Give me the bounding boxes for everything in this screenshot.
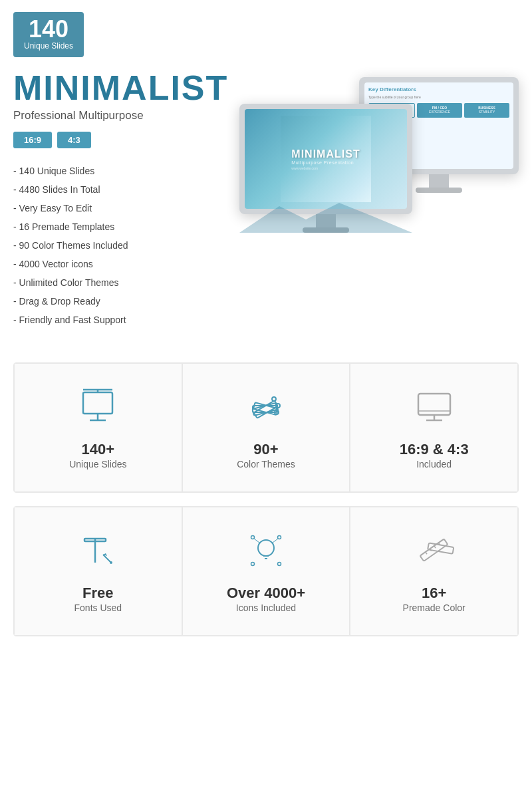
feature-card-fonts: Free Fonts Used — [14, 507, 182, 636]
themes-count: 90+ — [253, 441, 278, 458]
palette-icon — [243, 384, 289, 430]
monitor-icon — [411, 384, 458, 430]
feature-card-slides: 140+ Unique Slides — [14, 363, 182, 492]
fonts-count: Free — [82, 585, 113, 602]
features-grid-2: Free Fonts Used Ove — [13, 506, 519, 636]
aspect-ratio-buttons: 16:9 4:3 — [13, 132, 239, 148]
hero-section: MINIMALIST Professional Multipurpose 16:… — [0, 57, 532, 342]
feature-item-5: 90 Color Themes Included — [13, 236, 239, 255]
svg-point-25 — [251, 535, 254, 539]
back-card-2: PM / CEO EXPERIENCE — [417, 103, 462, 118]
features-grid-1: 140+ Unique Slides 90+ Color Themes — [13, 362, 519, 493]
feature-item-3: Very Easy To Edit — [13, 199, 239, 217]
svg-point-10 — [272, 397, 276, 401]
svg-line-19 — [103, 555, 111, 563]
feature-card-templates: 16+ Premade Color — [350, 507, 518, 636]
feature-item-2: 4480 Slides In Total — [13, 180, 239, 199]
product-subtitle: Professional Multipurpose — [13, 109, 239, 122]
monitor-back-base — [416, 188, 462, 193]
svg-rect-13 — [418, 394, 450, 415]
mountain-silhouette — [245, 200, 407, 209]
feature-item-1: 140 Unique Slides — [13, 162, 239, 180]
features-grid-section-2: Free Fonts Used Ove — [0, 499, 532, 656]
feature-list: 140 Unique Slides 4480 Slides In Total V… — [13, 162, 239, 329]
svg-point-21 — [110, 561, 112, 564]
hero-right: Key Differentiators Type the subtitle of… — [239, 64, 519, 317]
monitor-front-screen: MINIMALIST Multipurpose Presentation www… — [245, 109, 407, 209]
badge-section: 140 Unique Slides — [0, 0, 532, 57]
monitors-container: Key Differentiators Type the subtitle of… — [239, 64, 519, 317]
feature-item-7: Unlimited Color Themes — [13, 273, 239, 292]
front-screen-content: MINIMALIST Multipurpose Presentation www… — [281, 116, 370, 202]
slides-count: 140+ — [82, 441, 115, 458]
fonts-desc: Fonts Used — [74, 602, 122, 615]
back-card-3: BUSINESS STABILITY — [464, 103, 509, 118]
icons-count: Over 4000+ — [227, 585, 305, 602]
monitor-back-stand — [429, 174, 449, 188]
svg-point-27 — [251, 562, 254, 565]
badge: 140 Unique Slides — [13, 12, 84, 57]
ratio-desc: Included — [416, 458, 452, 471]
badge-number: 140 — [24, 17, 73, 41]
feature-item-4: 16 Premade Templates — [13, 217, 239, 236]
hero-left: MINIMALIST Professional Multipurpose 16:… — [13, 64, 239, 329]
icons-icon — [243, 527, 289, 574]
themes-desc: Color Themes — [237, 458, 295, 471]
badge-label: Unique Slides — [24, 41, 73, 51]
feature-card-icons: Over 4000+ Icons Included — [182, 507, 350, 636]
feature-item-6: 4000 Vector icons — [13, 255, 239, 273]
presentation-icon — [74, 384, 121, 430]
aspect-ratio-16-9-button[interactable]: 16:9 — [13, 132, 52, 148]
ratio-count: 16:9 & 4:3 — [400, 441, 469, 458]
templates-icon — [411, 527, 458, 574]
svg-line-35 — [434, 546, 435, 548]
svg-line-30 — [273, 539, 278, 543]
slides-desc: Unique Slides — [69, 458, 126, 471]
front-screen-title: MINIMALIST — [291, 148, 360, 160]
back-screen-title: Key Differentiators — [368, 86, 509, 92]
typography-icon — [74, 527, 121, 574]
feature-item-8: Drag & Drop Ready — [13, 292, 239, 311]
icons-desc: Icons Included — [236, 602, 296, 615]
templates-count: 16+ — [422, 585, 446, 602]
monitor-front: MINIMALIST Multipurpose Presentation www… — [239, 104, 412, 233]
product-title: MINIMALIST — [13, 70, 239, 105]
back-screen-tagline: Type the subtitle of your group here — [368, 95, 509, 99]
svg-rect-1 — [83, 392, 112, 414]
svg-line-33 — [425, 552, 426, 554]
templates-desc: Premade Color — [403, 602, 466, 615]
svg-marker-0 — [245, 203, 407, 209]
features-grid-section-1: 140+ Unique Slides 90+ Color Themes — [0, 342, 532, 499]
front-screen-subtitle: Multipurpose Presentation — [291, 160, 354, 165]
front-screen-url: www.website.com — [291, 166, 318, 170]
aspect-ratio-4-3-button[interactable]: 4:3 — [57, 132, 91, 148]
feature-item-9: Friendly and Fast Support — [13, 311, 239, 329]
feature-card-ratio: 16:9 & 4:3 Included — [350, 363, 518, 492]
svg-point-28 — [277, 562, 281, 565]
svg-line-29 — [254, 539, 259, 543]
monitor-front-body: MINIMALIST Multipurpose Presentation www… — [239, 104, 412, 214]
svg-point-22 — [258, 540, 274, 556]
svg-line-34 — [430, 549, 431, 551]
svg-point-26 — [277, 535, 281, 539]
feature-card-themes: 90+ Color Themes — [182, 363, 350, 492]
